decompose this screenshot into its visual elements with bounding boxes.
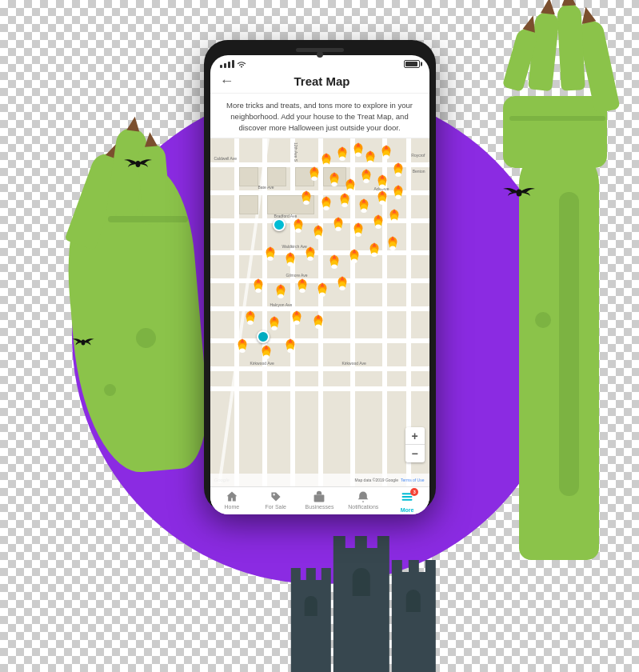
candy-marker-8[interactable]	[345, 178, 356, 193]
candy-marker-12[interactable]	[301, 190, 312, 205]
candy-marker-34[interactable]	[317, 282, 328, 297]
candy-marker-32[interactable]	[275, 284, 286, 298]
candy-marker-7[interactable]	[329, 172, 340, 186]
nav-home[interactable]: Home	[210, 490, 254, 513]
svg-point-93	[391, 219, 397, 223]
candy-marker-9[interactable]	[361, 169, 372, 183]
svg-point-1	[517, 190, 522, 197]
svg-point-53	[323, 206, 329, 210]
battery-fill	[405, 62, 417, 66]
phone-frame: ← Treat Map More tricks and treats, and …	[204, 40, 436, 512]
candy-marker-22[interactable]	[373, 214, 384, 229]
signal-bars	[220, 60, 234, 68]
candy-marker-41[interactable]	[261, 345, 272, 359]
castle-decoration	[290, 548, 435, 672]
svg-point-69	[395, 195, 401, 199]
map-zoom-controls: + −	[405, 427, 425, 462]
candy-marker-20[interactable]	[333, 217, 344, 231]
svg-point-2	[82, 340, 86, 346]
svg-point-85	[355, 233, 361, 237]
candy-marker-30[interactable]	[387, 236, 398, 250]
candy-marker-17[interactable]	[393, 185, 404, 199]
svg-point-57	[341, 203, 347, 207]
street-v-4	[318, 138, 323, 486]
more-badge-container: 3	[401, 490, 413, 506]
svg-point-17	[367, 161, 373, 165]
notifications-icon	[357, 490, 369, 503]
phone-camera	[317, 51, 323, 58]
svg-point-165	[263, 355, 269, 359]
svg-point-41	[379, 185, 385, 189]
candy-marker-21[interactable]	[353, 222, 364, 237]
businesses-icon	[313, 490, 325, 503]
candy-marker-16[interactable]	[377, 190, 388, 205]
candy-marker-19[interactable]	[313, 225, 324, 239]
candy-marker-11[interactable]	[393, 162, 404, 177]
candy-marker-6[interactable]	[309, 166, 320, 181]
wifi-icon	[237, 61, 246, 68]
candy-marker-15[interactable]	[358, 198, 369, 213]
candy-marker-5[interactable]	[381, 145, 392, 159]
candy-marker-37[interactable]	[269, 316, 280, 330]
battery-icon	[404, 60, 420, 68]
svg-point-9	[339, 157, 345, 161]
candy-marker-31[interactable]	[253, 278, 264, 293]
svg-rect-175	[402, 499, 413, 501]
candy-marker-26[interactable]	[305, 246, 316, 261]
candy-marker-4[interactable]	[365, 150, 376, 165]
candy-marker-25[interactable]	[285, 252, 296, 266]
svg-point-125	[255, 289, 261, 293]
svg-point-77	[315, 235, 321, 239]
candy-marker-13[interactable]	[321, 196, 332, 210]
candy-marker-42[interactable]	[285, 338, 296, 353]
back-button[interactable]: ←	[220, 73, 234, 90]
candy-marker-18[interactable]	[293, 218, 304, 233]
candy-marker-1[interactable]	[321, 153, 332, 167]
candy-marker-27[interactable]	[329, 254, 340, 269]
terms-link[interactable]: Terms of Use	[401, 478, 424, 482]
signal-bar-4	[232, 60, 234, 68]
svg-point-89	[375, 225, 381, 229]
candy-marker-38[interactable]	[291, 310, 302, 325]
street-label-top-3: Benton	[413, 169, 425, 174]
nav-notifications[interactable]: Notifications	[341, 490, 385, 513]
svg-point-113	[351, 259, 357, 263]
svg-point-141	[339, 286, 345, 290]
candy-marker-3[interactable]	[353, 142, 364, 157]
candy-marker-40[interactable]	[237, 338, 248, 353]
zoom-in-button[interactable]: +	[405, 427, 425, 445]
street-label-7: Kirkwood Ave	[250, 361, 274, 366]
map-area[interactable]: Caldwell Ave Bate Ave Bradford Ave Waldk…	[210, 138, 429, 486]
svg-point-21	[383, 155, 389, 159]
svg-rect-174	[402, 496, 413, 498]
candy-marker-10[interactable]	[377, 174, 388, 189]
candy-marker-39[interactable]	[313, 314, 324, 329]
candy-marker-35[interactable]	[337, 276, 348, 290]
candy-marker-36[interactable]	[245, 310, 256, 325]
candy-marker-23[interactable]	[389, 209, 400, 223]
svg-point-37	[363, 179, 369, 183]
nav-forsale[interactable]: For Sale	[254, 490, 298, 513]
candy-marker-33[interactable]	[297, 278, 308, 293]
zoom-out-button[interactable]: −	[405, 445, 425, 462]
candy-marker-2[interactable]	[337, 146, 348, 161]
svg-point-13	[355, 153, 361, 157]
svg-point-129	[278, 294, 283, 298]
svg-point-73	[295, 229, 301, 233]
candy-marker-24[interactable]	[265, 246, 276, 261]
nav-businesses[interactable]: Businesses	[298, 490, 341, 513]
svg-point-65	[379, 201, 385, 205]
signal-bar-2	[224, 63, 226, 68]
svg-point-105	[307, 257, 313, 261]
candy-marker-29[interactable]	[369, 242, 380, 257]
nav-more[interactable]: 3 More	[385, 490, 429, 513]
street-label-5: Gilmore Ave	[286, 273, 308, 278]
candy-marker-14[interactable]	[339, 193, 350, 207]
nav-more-label: More	[401, 507, 414, 513]
map-block-5	[239, 195, 258, 214]
signal-bar-1	[220, 65, 222, 68]
svg-point-5	[323, 163, 329, 167]
street-label-1: Caldwell Ave	[214, 156, 238, 161]
candy-marker-28[interactable]	[349, 249, 360, 263]
svg-point-97	[267, 257, 273, 261]
